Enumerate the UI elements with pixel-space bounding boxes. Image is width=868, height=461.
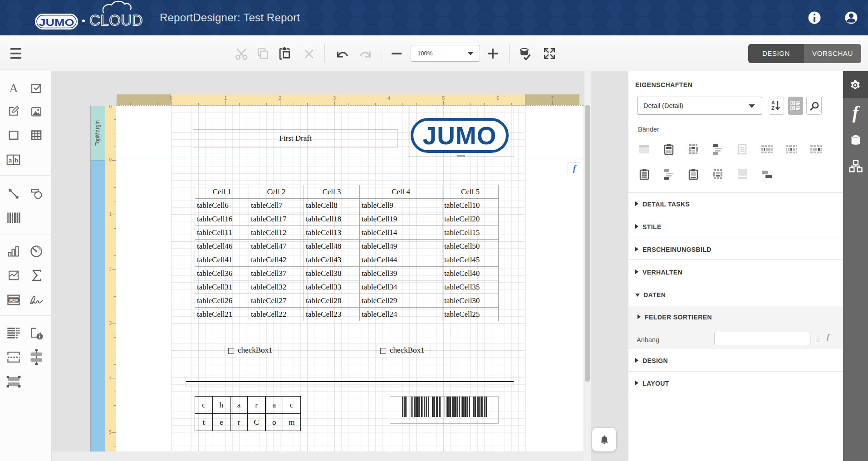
svg-text:b: b — [15, 157, 18, 164]
svg-text:JUMO: JUMO — [39, 17, 74, 28]
svg-text:CLOUD: CLOUD — [89, 12, 143, 29]
svg-text:Z: Z — [771, 105, 775, 111]
svg-text:A: A — [771, 100, 775, 105]
svg-text:A: A — [9, 82, 18, 94]
svg-text:PDF: PDF — [9, 298, 18, 303]
svg-text:a: a — [9, 157, 12, 164]
svg-text:JUMO: JUMO — [423, 122, 497, 150]
